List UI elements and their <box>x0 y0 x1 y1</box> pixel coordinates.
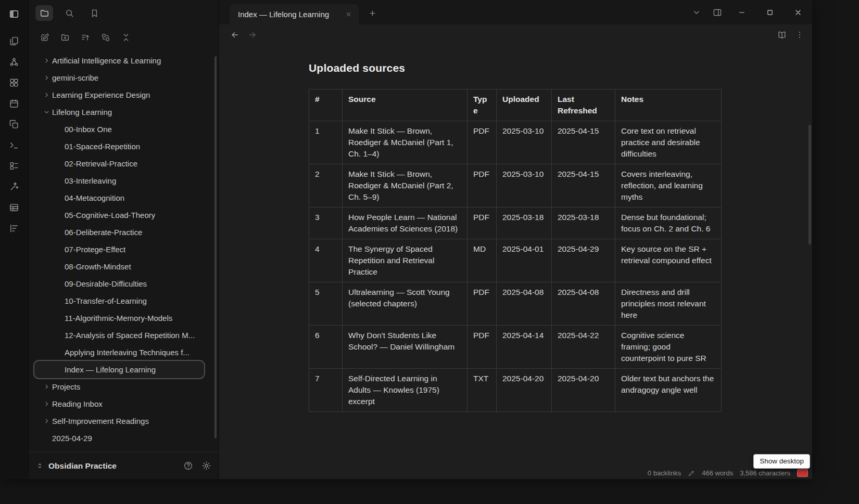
pencil-icon[interactable] <box>688 470 695 477</box>
more-options-button[interactable] <box>792 28 807 42</box>
word-count[interactable]: 466 words <box>702 469 733 477</box>
tree-folder[interactable]: Projects <box>34 378 204 395</box>
canvas-button[interactable] <box>6 75 22 91</box>
quick-switcher-button[interactable] <box>6 33 22 49</box>
tree-file[interactable]: 04-Metacognition <box>34 189 204 206</box>
tree-item-label: Projects <box>52 382 80 391</box>
close-button[interactable] <box>784 0 812 24</box>
table-row: 2Make It Stick — Brown, Roediger & McDan… <box>309 164 722 208</box>
chevron-right-icon[interactable] <box>42 382 51 392</box>
tree-folder[interactable]: Lifelong Learning <box>34 104 204 121</box>
tree-file[interactable]: 05-Cognitive-Load-Theory <box>34 206 204 224</box>
table-cell: 5 <box>309 282 343 326</box>
tree-item-label: 02-Retrieval-Practice <box>65 159 137 168</box>
note-heading: Uploaded sources <box>309 62 812 74</box>
chevron-right-icon[interactable] <box>42 56 51 66</box>
new-note-button[interactable] <box>37 30 53 45</box>
minimize-button[interactable] <box>728 0 756 24</box>
new-tab-button[interactable] <box>365 6 380 20</box>
table-cell: 1 <box>309 121 343 164</box>
backlinks-count[interactable]: 0 backlinks <box>648 469 681 477</box>
chevron-down-icon[interactable] <box>42 108 51 117</box>
toggle-left-sidebar-button[interactable] <box>6 6 22 22</box>
left-ribbon <box>0 0 29 479</box>
table-cell: 6 <box>309 326 343 369</box>
command-palette-button[interactable] <box>6 137 22 153</box>
reading-view-button[interactable] <box>775 28 789 42</box>
workspaces-button[interactable] <box>6 158 22 174</box>
help-button[interactable] <box>183 461 193 471</box>
vault-switcher[interactable]: Obsidian Practice <box>36 461 179 471</box>
tab-list-chevron-button[interactable] <box>686 0 707 24</box>
character-count[interactable]: 3,586 characters <box>740 469 790 477</box>
tree-folder[interactable]: Artificial Intelligence & Learning <box>34 52 204 69</box>
tree-file[interactable]: 01-Spaced-Repetition <box>34 138 204 155</box>
chevron-right-icon[interactable] <box>42 73 51 83</box>
table-cell: PDF <box>468 121 497 164</box>
chevron-right-icon[interactable] <box>42 417 51 426</box>
tree-item-label: Learning Experience Design <box>52 91 150 99</box>
tab-active[interactable]: Index — Lifelong Learning <box>230 4 359 24</box>
templates-button[interactable] <box>6 117 22 132</box>
table-cell: 2025-03-18 <box>552 208 615 239</box>
table-cell: 2025-04-29 <box>552 239 615 282</box>
window-controls <box>686 0 812 24</box>
table-cell: 2025-04-22 <box>552 326 615 369</box>
tree-file[interactable]: 00-Inbox One <box>34 121 204 138</box>
tree-folder[interactable]: Reading Inbox <box>34 395 204 412</box>
editor-scrollbar[interactable] <box>809 125 811 244</box>
tree-file[interactable]: Applying Interleaving Techniques f... <box>34 344 204 361</box>
tree-file[interactable]: 06-Deliberate-Practice <box>34 224 204 241</box>
tree-item-label: 10-Transfer-of-Learning <box>65 296 147 305</box>
tree-file[interactable]: 2025-04-29 <box>34 430 204 447</box>
sort-order-button[interactable] <box>78 30 93 45</box>
tree-folder[interactable]: gemini-scribe <box>34 69 204 86</box>
tree-item-label: 04-Metacognition <box>65 193 124 202</box>
outline-button[interactable] <box>6 221 22 236</box>
tree-file[interactable]: 07-Protege-Effect <box>34 241 204 258</box>
tree-file[interactable]: 11-Algorithmic-Memory-Models <box>34 309 204 327</box>
tree-file[interactable]: 10-Transfer-of-Learning <box>34 292 204 309</box>
column-header: Type <box>468 89 497 121</box>
column-header: # <box>309 89 343 121</box>
sidebar-tab-files[interactable] <box>35 5 53 21</box>
settings-button[interactable] <box>201 461 211 471</box>
chevron-right-icon[interactable] <box>42 399 51 409</box>
maximize-button[interactable] <box>756 0 784 24</box>
daily-note-button[interactable] <box>6 96 22 111</box>
navigate-forward-button[interactable] <box>245 28 260 42</box>
table-cell: Ultralearning — Scott Young (selected ch… <box>343 282 468 326</box>
main-pane: Index — Lifelong Learning Uploaded sourc… <box>219 0 812 479</box>
insert-table-button[interactable] <box>6 200 22 215</box>
chevron-right-icon[interactable] <box>42 91 51 100</box>
sidebar-tab-search[interactable] <box>60 5 78 21</box>
tree-file[interactable]: Index — Lifelong Learning <box>34 361 204 378</box>
tree-file[interactable]: 09-Desirable-Difficulties <box>34 275 204 292</box>
tree-folder[interactable]: Learning Experience Design <box>34 86 204 104</box>
tab-close-button[interactable] <box>342 8 355 21</box>
table-cell: Dense but foundational; focus on Ch. 2 a… <box>615 208 722 239</box>
table-cell: PDF <box>468 164 497 208</box>
merge-view-button[interactable] <box>98 30 113 45</box>
tree-item-label: Index — Lifelong Learning <box>65 365 156 374</box>
tree-file[interactable]: 12-Analysis of Spaced Repetition M... <box>34 327 204 344</box>
sidebar-tab-bookmarks[interactable] <box>85 5 103 21</box>
ai-assistant-button[interactable] <box>6 179 22 195</box>
table-cell: 2025-04-08 <box>552 282 615 326</box>
column-header: Notes <box>615 89 722 121</box>
tree-folder[interactable]: Self-Improvement Readings <box>34 412 204 430</box>
new-folder-button[interactable] <box>57 30 73 45</box>
table-cell: 4 <box>309 239 343 282</box>
toggle-right-sidebar-button[interactable] <box>707 0 728 24</box>
sidebar-scrollbar[interactable] <box>214 56 217 438</box>
table-header-row: #SourceTypeUploadedLast RefreshedNotes <box>309 89 722 121</box>
tree-item-label: Artificial Intelligence & Learning <box>52 56 161 65</box>
collapse-all-button[interactable] <box>118 30 134 45</box>
tree-file[interactable]: 02-Retrieval-Practice <box>34 155 204 172</box>
tree-item-label: Applying Interleaving Techniques f... <box>65 348 190 357</box>
tree-file[interactable]: 08-Growth-Mindset <box>34 258 204 275</box>
graph-view-button[interactable] <box>6 54 22 70</box>
table-cell: TXT <box>468 369 497 412</box>
tree-file[interactable]: 03-Interleaving <box>34 172 204 189</box>
navigate-back-button[interactable] <box>228 28 242 42</box>
